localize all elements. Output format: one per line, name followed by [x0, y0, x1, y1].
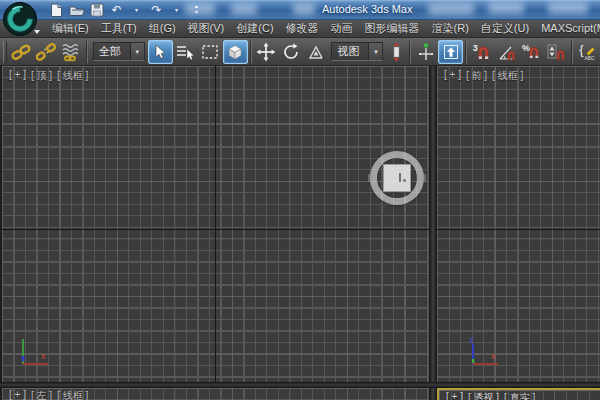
viewport-label: [ + ] [ 前 ] [ 线框 ] — [444, 69, 523, 83]
menu-item-edit[interactable]: 编辑(E) — [46, 20, 95, 37]
menu-item-graph-editors[interactable]: 图形编辑器 — [359, 20, 426, 37]
grid-origin-horizontal — [437, 229, 600, 230]
reference-coordinate-system-dropdown[interactable]: 视图 ▼ — [331, 42, 383, 61]
toolbar-separator — [465, 41, 467, 63]
viewport-menu-button[interactable]: [ + ] — [9, 69, 26, 83]
link-chain-icon — [11, 42, 31, 62]
blurred-text-patch — [488, 2, 524, 14]
angle-snap-magnet-icon — [497, 43, 517, 61]
new-scene-button[interactable] — [48, 2, 65, 19]
app-menu-button[interactable] — [1, 0, 43, 38]
viewport-view-button[interactable]: [ 前 ] — [466, 69, 487, 83]
angle-snap-toggle-button[interactable] — [494, 40, 519, 64]
toolbar-drag-handle[interactable] — [3, 41, 7, 63]
viewport-label: [ + ] [ 顶 ] [ 线框 ] — [9, 69, 88, 83]
redo-icon: ↷ — [151, 4, 161, 16]
busy-center-square — [383, 164, 411, 192]
redo-history-dropdown[interactable]: ▾ — [168, 2, 185, 19]
blurred-window-controls — [548, 2, 588, 14]
select-object-button[interactable] — [148, 40, 173, 64]
select-and-move-button[interactable] — [254, 40, 279, 64]
undo-button[interactable]: ↶ — [108, 2, 125, 19]
save-icon — [90, 3, 104, 17]
viewport-menu-button[interactable]: [ + ] — [444, 69, 461, 83]
axis-z-label: z — [470, 336, 475, 345]
magnet-icon — [528, 44, 541, 59]
blurred-text-patch — [428, 3, 474, 15]
qat-customize-dropdown[interactable]: ▾ — [188, 2, 205, 19]
menu-item-create[interactable]: 创建(C) — [230, 20, 279, 37]
viewport-splitter-vertical[interactable] — [429, 66, 437, 400]
up-arrow-icon — [442, 43, 460, 61]
menu-item-group[interactable]: 组(G) — [143, 20, 182, 37]
viewport-perspective-active[interactable]: [ + ] [ 透视 ] [ 真实 ] — [437, 388, 600, 400]
viewport-shading-button[interactable]: [ 线框 ] — [57, 69, 88, 83]
viewport-shading-button[interactable]: [ 线框 ] — [57, 389, 88, 400]
viewport-menu-button[interactable]: [ + ] — [446, 391, 463, 400]
busy-ring-notch — [368, 174, 372, 182]
menu-item-animation[interactable]: 动画 — [325, 20, 359, 37]
selection-filter-value: 全部 — [94, 44, 130, 59]
pencil-icon — [584, 44, 596, 56]
spinner-snap-magnet-icon — [546, 43, 566, 61]
magnet-icon — [476, 43, 491, 60]
busy-cursor-overlay — [368, 149, 426, 207]
manipulate-crosshair-icon — [416, 42, 436, 62]
unlink-selection-button[interactable] — [34, 40, 59, 64]
busy-glyph — [403, 179, 406, 182]
viewport-front[interactable]: [ + ] [ 前 ] [ 线框 ] z x — [437, 66, 600, 382]
save-file-button[interactable] — [88, 2, 105, 19]
select-and-scale-button[interactable] — [303, 40, 328, 64]
viewport-left[interactable]: [ + ] [ 左 ] [ 线框 ] — [2, 388, 429, 400]
snap-toggle-3d-button[interactable]: 3 — [469, 40, 494, 64]
menu-item-modifiers[interactable]: 修改器 — [280, 20, 325, 37]
bind-to-space-warp-button[interactable] — [59, 40, 84, 64]
keyboard-shortcut-override-button[interactable] — [438, 40, 463, 64]
select-cursor-icon — [151, 43, 169, 61]
axis-x-label: x — [41, 351, 46, 361]
caret-down-icon: ▼ — [368, 43, 382, 60]
viewport-menu-button[interactable]: [ + ] — [9, 389, 26, 400]
edit-named-selection-sets-button[interactable]: { ABC — [575, 40, 600, 64]
viewport-shading-button[interactable]: [ 线框 ] — [492, 69, 523, 83]
scale-box-icon — [306, 42, 326, 62]
select-and-manipulate-button[interactable] — [413, 40, 438, 64]
select-and-link-button[interactable] — [9, 40, 34, 64]
percent-snap-toggle-button[interactable]: % — [519, 40, 544, 64]
window-crossing-toggle-button[interactable] — [223, 40, 248, 64]
main-toolbar: 全部 ▼ — [0, 38, 600, 66]
move-arrows-icon — [256, 42, 276, 62]
select-by-name-button[interactable] — [173, 40, 198, 64]
toolbar-separator — [409, 41, 411, 63]
use-pivot-point-center-button[interactable] — [386, 40, 407, 64]
menu-item-rendering[interactable]: 渲染(R) — [426, 20, 475, 37]
viewport-shading-button[interactable]: [ 真实 ] — [504, 391, 535, 400]
pivot-center-icon — [388, 42, 405, 62]
viewport-view-button[interactable]: [ 透视 ] — [468, 391, 499, 400]
coord-system-value: 视图 — [332, 44, 368, 59]
redo-button[interactable]: ↷ — [148, 2, 165, 19]
viewport-view-button[interactable]: [ 顶 ] — [31, 69, 52, 83]
menu-item-customize[interactable]: 自定义(U) — [475, 20, 535, 37]
3ds-max-logo-icon — [1, 0, 43, 38]
selection-filter-dropdown[interactable]: 全部 ▼ — [93, 42, 145, 61]
select-by-name-icon — [175, 43, 195, 61]
viewport-view-button[interactable]: [ 左 ] — [31, 389, 52, 400]
menu-item-maxscript[interactable]: MAXScript(M) — [535, 20, 600, 37]
undo-history-dropdown[interactable]: ▾ — [128, 2, 145, 19]
viewport-area: [ + ] [ 顶 ] [ 线框 ] x [ + ] [ 前 ] [ 线框 ] … — [0, 66, 600, 400]
menu-item-views[interactable]: 视图(V) — [182, 20, 231, 37]
viewport-top[interactable]: [ + ] [ 顶 ] [ 线框 ] x — [2, 66, 429, 382]
open-file-button[interactable] — [68, 2, 85, 19]
rectangular-selection-region-button[interactable] — [198, 40, 223, 64]
title-bar: Autodesk 3ds Max — [0, 0, 600, 20]
select-and-rotate-button[interactable] — [279, 40, 304, 64]
spinner-snap-toggle-button[interactable] — [544, 40, 569, 64]
rotate-circle-icon — [281, 42, 301, 62]
toolbar-separator — [86, 41, 88, 63]
quick-access-toolbar: ↶ ▾ ↷ ▾ ▾ — [48, 1, 205, 19]
customize-caret-icon: ▾ — [195, 6, 198, 15]
menu-item-tools[interactable]: 工具(T) — [95, 20, 143, 37]
broken-link-icon — [36, 42, 56, 62]
viewport-label: [ + ] [ 左 ] [ 线框 ] — [9, 389, 88, 400]
